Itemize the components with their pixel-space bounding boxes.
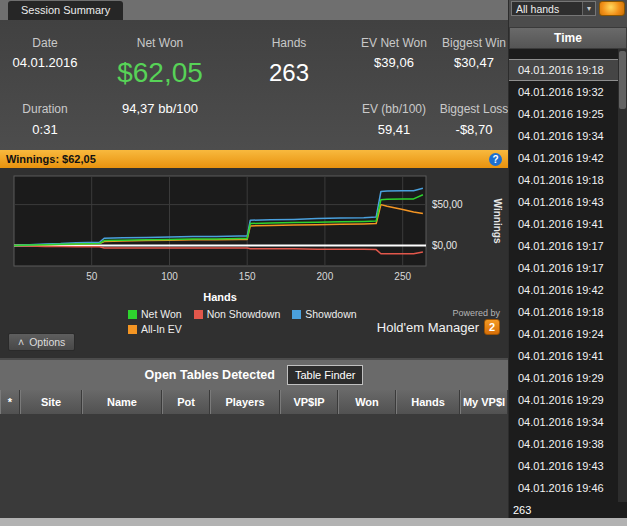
chevron-up-icon: ˄	[18, 336, 24, 348]
column-header-pot[interactable]: Pot	[162, 390, 210, 414]
x-tick-label: 200	[316, 271, 333, 282]
column-header-star[interactable]: *	[0, 390, 20, 414]
hm2-session-window: Session Summary Date 04.01.2016 Duration…	[0, 0, 627, 526]
stat-col-biggest: Biggest Win $30,47 Biggest Loss -$8,70	[440, 24, 508, 150]
hands-value: 263	[230, 50, 348, 96]
legend-item-net-won: Net Won	[128, 308, 182, 320]
time-column-header[interactable]: Time	[509, 27, 627, 49]
help-icon[interactable]: ?	[489, 153, 502, 166]
winnings-chart-section: 50100150200250$0,00$50,00HandsWinnings ˄…	[0, 168, 508, 358]
session-row[interactable]: 04.01.2016 19:18	[509, 169, 618, 191]
y-tick-label: $50,00	[432, 199, 463, 210]
session-row[interactable]: 04.01.2016 19:46	[509, 477, 618, 499]
session-row[interactable]: 04.01.2016 19:24	[509, 323, 618, 345]
session-rows: 04.01.2016 19:1804.01.2016 19:3204.01.20…	[509, 59, 618, 499]
hands-filter-dropdown[interactable]: All hands ▾	[511, 1, 596, 16]
date-value: 04.01.2016	[0, 50, 90, 96]
tab-strip: Session Summary	[0, 0, 508, 20]
legend-item-showdown: Showdown	[292, 308, 356, 320]
session-row[interactable]: 04.01.2016 19:17	[509, 257, 618, 279]
x-tick-label: 50	[86, 271, 98, 282]
session-row[interactable]: 04.01.2016 19:38	[509, 433, 618, 455]
open-tables-column-headers: *SiteNamePotPlayersVP$IPWonHandsMy VP$I	[0, 390, 508, 414]
session-row[interactable]: 04.01.2016 19:42	[509, 147, 618, 169]
x-tick-label: 250	[394, 271, 411, 282]
session-stats-panel: Date 04.01.2016 Duration 0:31 Net Won $6…	[0, 20, 508, 150]
x-tick-label: 100	[161, 271, 178, 282]
legend-item-all-in-ev: All-In EV	[128, 323, 182, 335]
powered-by-branding: Powered by Hold'em Manager 2	[377, 308, 500, 335]
legend-label: Net Won	[141, 308, 182, 320]
session-row[interactable]: 04.01.2016 19:29	[509, 367, 618, 389]
scrollbar-thumb[interactable]	[619, 51, 626, 109]
y-axis-label: Winnings	[492, 199, 503, 244]
session-row[interactable]: 04.01.2016 19:43	[509, 191, 618, 213]
ev-net-won-value: $39,06	[348, 50, 440, 96]
main-row: Session Summary Date 04.01.2016 Duration…	[0, 0, 627, 518]
x-tick-label: 150	[238, 271, 255, 282]
winnings-title-bar: Winnings: $62,05 ?	[0, 150, 508, 168]
brand-name: Hold'em Manager	[377, 320, 479, 335]
legend-item-non-showdown: Non Showdown	[194, 308, 281, 320]
column-header-name[interactable]: Name	[82, 390, 162, 414]
session-row[interactable]: 04.01.2016 19:34	[509, 125, 618, 147]
options-button[interactable]: ˄ Options	[8, 333, 75, 351]
x-axis-label: Hands	[203, 291, 237, 303]
legend-swatch-icon	[128, 310, 137, 319]
sessions-sidebar: All hands ▾ Time 04.01.2016 19:1804.01.2…	[508, 0, 627, 518]
session-summary-panel: Session Summary Date 04.01.2016 Duration…	[0, 0, 508, 518]
scrollbar[interactable]	[618, 49, 627, 502]
legend-label: Non Showdown	[207, 308, 281, 320]
hm2-tray-icon[interactable]	[599, 1, 625, 16]
open-tables-bar: Open Tables Detected Table Finder	[0, 360, 508, 390]
net-won-bb100: 94,37 bb/100	[90, 96, 230, 116]
tab-session-summary[interactable]: Session Summary	[8, 1, 123, 20]
winnings-chart: 50100150200250$0,00$50,00HandsWinnings	[2, 170, 507, 308]
empty-slot	[90, 116, 230, 142]
column-header-my-vp-i[interactable]: My VP$I	[460, 390, 508, 414]
biggest-loss-label: Biggest Loss	[440, 96, 508, 116]
column-header-players[interactable]: Players	[210, 390, 280, 414]
column-header-vp-ip[interactable]: VP$IP	[280, 390, 338, 414]
session-row[interactable]: 04.01.2016 19:32	[509, 81, 618, 103]
session-row[interactable]: 04.01.2016 19:41	[509, 345, 618, 367]
hm2-logo-icon: 2	[484, 319, 500, 335]
options-label: Options	[29, 336, 65, 348]
session-row[interactable]: 04.01.2016 19:18	[509, 301, 618, 323]
session-row[interactable]: 04.01.2016 19:29	[509, 389, 618, 411]
legend-label: Showdown	[305, 308, 356, 320]
column-header-won[interactable]: Won	[338, 390, 396, 414]
ev-bb100-value: 59,41	[348, 116, 440, 142]
session-row[interactable]: 04.01.2016 19:34	[509, 411, 618, 433]
brand-row: Hold'em Manager 2	[377, 319, 500, 335]
legend-swatch-icon	[194, 310, 203, 319]
chart-legend: Net WonNon ShowdownShowdownAll-In EV	[128, 308, 378, 335]
stat-col-date: Date 04.01.2016 Duration 0:31	[0, 24, 90, 150]
open-tables-title: Open Tables Detected	[145, 368, 275, 382]
column-header-hands[interactable]: Hands	[396, 390, 460, 414]
legend-swatch-icon	[128, 325, 137, 334]
session-row[interactable]: 04.01.2016 19:43	[509, 455, 618, 477]
hands-filter-value: All hands	[516, 3, 559, 15]
session-row[interactable]: 04.01.2016 19:18	[509, 59, 618, 81]
stat-col-hands: Hands 263	[230, 24, 348, 150]
biggest-loss-value: -$8,70	[440, 116, 508, 142]
chart-footer-row: ˄ Options Net WonNon ShowdownShowdownAll…	[0, 308, 508, 356]
session-row[interactable]: 04.01.2016 19:41	[509, 213, 618, 235]
chevron-down-icon[interactable]: ▾	[582, 2, 595, 15]
stat-col-ev: EV Net Won $39,06 EV (bb/100) 59,41	[348, 24, 440, 150]
sidebar-toolbar: All hands ▾	[509, 0, 627, 17]
duration-value: 0:31	[0, 116, 90, 142]
legend-swatch-icon	[292, 310, 301, 319]
hands-label: Hands	[230, 24, 348, 50]
session-row[interactable]: 04.01.2016 19:17	[509, 235, 618, 257]
session-row[interactable]: 04.01.2016 19:25	[509, 103, 618, 125]
biggest-win-value: $30,47	[440, 50, 508, 96]
table-finder-button[interactable]: Table Finder	[287, 365, 364, 385]
duration-label: Duration	[0, 96, 90, 116]
session-row[interactable]: 04.01.2016 19:42	[509, 279, 618, 301]
column-header-site[interactable]: Site	[20, 390, 82, 414]
open-tables-empty-body	[0, 414, 508, 518]
session-time-list: 04.01.2016 19:1804.01.2016 19:3204.01.20…	[509, 49, 627, 502]
ev-bb100-label: EV (bb/100)	[348, 96, 440, 116]
